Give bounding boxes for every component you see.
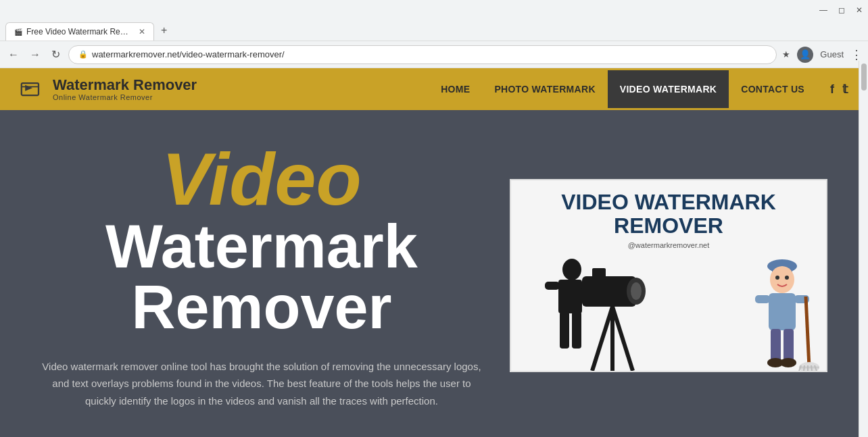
svg-rect-22 [755,295,770,303]
titlebar-controls: — ◻ ✕ [819,5,863,15]
reload-button[interactable]: ↻ [49,47,63,62]
svg-rect-8 [572,311,581,349]
url-bar[interactable]: 🔒 watermarkremover.net/video-watermark-r… [68,45,777,64]
navbar: Watermark Remover Online Watermark Remov… [0,68,868,110]
svg-rect-5 [545,282,560,290]
tab-title: Free Video Watermark Remover [26,27,135,36]
navbar-social: f 𝕥 [830,82,848,97]
browser-chrome: — ◻ ✕ 🎬 Free Video Watermark Remover ✕ +… [0,0,868,68]
browser-titlebar: — ◻ ✕ [0,0,868,20]
svg-line-28 [806,297,809,367]
bookmarks-icon[interactable]: ★ [782,49,790,59]
lock-icon: 🔒 [78,50,88,59]
brand-subtitle: Online Watermark Remover [53,93,197,101]
tab-close-icon[interactable]: ✕ [139,27,145,36]
svg-rect-4 [558,280,582,313]
hero-description: Video watermark remover online tool has … [41,358,483,410]
forward-button[interactable]: → [27,47,43,62]
svg-rect-25 [783,329,794,363]
svg-rect-7 [560,311,569,349]
website: Watermark Remover Online Watermark Remov… [0,68,868,437]
hero-title-video: Video [41,142,483,216]
nav-contact-us[interactable]: CONTACT US [729,70,817,108]
tab-favicon: 🎬 [14,28,22,36]
svg-point-19 [775,276,779,280]
restore-button[interactable]: ◻ [838,5,845,15]
nav-photo-watermark[interactable]: PHOTO WATERMARK [482,70,607,108]
svg-point-20 [785,276,789,280]
browser-tabs: 🎬 Free Video Watermark Remover ✕ + [0,20,868,41]
navbar-nav: HOME PHOTO WATERMARK VIDEO WATERMARK CON… [429,70,817,108]
svg-line-32 [804,365,804,371]
svg-point-27 [780,358,796,367]
scrollbar-thumb[interactable] [861,63,867,91]
hero-text-block: Video Watermark Remover Video watermark … [41,142,483,410]
twitter-icon[interactable]: 𝕥 [842,82,848,97]
hero-title-watermark: Watermark [41,216,483,277]
svg-rect-21 [769,293,796,330]
svg-line-13 [592,307,612,371]
brand: Watermark Remover Online Watermark Remov… [20,77,429,101]
svg-point-3 [562,259,581,280]
nav-home[interactable]: HOME [429,70,482,108]
hero-image-subtitle: @watermarkremover.net [628,241,710,249]
browser-menu-button[interactable]: ⋮ [850,47,863,62]
svg-point-18 [770,266,794,293]
svg-line-15 [612,307,633,371]
url-text: watermarkremover.net/video-watermark-rem… [92,49,285,59]
minimize-button[interactable]: — [819,5,827,15]
facebook-icon[interactable]: f [830,82,834,97]
close-button[interactable]: ✕ [856,5,863,15]
avatar-icon: 👤 [800,49,811,59]
svg-line-34 [811,365,812,371]
svg-marker-2 [25,85,32,91]
new-tab-button[interactable]: + [154,20,174,41]
svg-point-11 [631,282,642,300]
svg-rect-12 [592,268,606,278]
svg-rect-24 [771,329,781,363]
browser-right-controls: ★ 👤 Guest ⋮ [782,47,863,63]
hero-title-remover: Remover [41,277,483,338]
cleaner-man-icon [731,256,819,371]
hero-image-scene [511,256,826,371]
user-avatar[interactable]: 👤 [797,47,813,63]
brand-text: Watermark Remover Online Watermark Remov… [53,77,197,101]
nav-video-watermark[interactable]: VIDEO WATERMARK [608,70,729,108]
camera-man-icon [518,256,653,371]
user-label: Guest [820,49,844,59]
address-bar: ← → ↻ 🔒 watermarkremover.net/video-water… [0,41,868,68]
active-tab[interactable]: 🎬 Free Video Watermark Remover ✕ [5,22,154,41]
brand-name: Watermark Remover [53,77,197,93]
svg-rect-0 [22,83,39,95]
brand-logo-icon [20,77,45,101]
back-button[interactable]: ← [5,47,22,62]
hero-image-box: VIDEO WATERMARK REMOVER @watermarkremove… [510,179,827,372]
hero-section: Video Watermark Remover Video watermark … [0,110,868,437]
hero-image-title: VIDEO WATERMARK REMOVER [548,180,790,241]
scrollbar[interactable] [859,61,868,437]
